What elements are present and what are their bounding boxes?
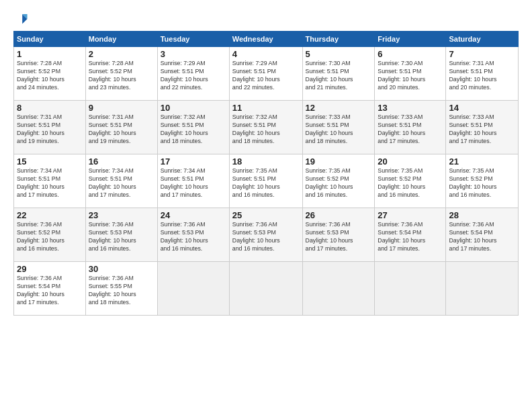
calendar-cell: 10Sunrise: 7:32 AM Sunset: 5:51 PM Dayli… [157, 101, 229, 154]
day-number: 24 [161, 210, 226, 220]
day-info: Sunrise: 7:34 AM Sunset: 5:51 PM Dayligh… [17, 167, 83, 199]
header [13, 12, 519, 27]
calendar-cell: 7Sunrise: 7:31 AM Sunset: 5:51 PM Daylig… [446, 47, 519, 101]
calendar-cell: 4Sunrise: 7:29 AM Sunset: 5:51 PM Daylig… [229, 47, 302, 101]
calendar-cell [157, 262, 229, 316]
day-info: Sunrise: 7:36 AM Sunset: 5:52 PM Dayligh… [17, 221, 83, 253]
day-number: 1 [17, 49, 83, 59]
day-info: Sunrise: 7:33 AM Sunset: 5:51 PM Dayligh… [378, 113, 443, 146]
calendar-cell: 13Sunrise: 7:33 AM Sunset: 5:51 PM Dayli… [375, 101, 446, 154]
day-info: Sunrise: 7:33 AM Sunset: 5:51 PM Dayligh… [449, 113, 515, 146]
col-header-friday: Friday [375, 32, 446, 47]
day-info: Sunrise: 7:29 AM Sunset: 5:51 PM Dayligh… [161, 60, 226, 92]
day-info: Sunrise: 7:31 AM Sunset: 5:51 PM Dayligh… [89, 113, 154, 146]
day-number: 23 [89, 210, 154, 220]
calendar-cell: 11Sunrise: 7:32 AM Sunset: 5:51 PM Dayli… [229, 101, 302, 154]
calendar-cell: 8Sunrise: 7:31 AM Sunset: 5:51 PM Daylig… [14, 101, 86, 154]
col-header-monday: Monday [85, 32, 157, 47]
day-number: 11 [232, 103, 300, 113]
day-info: Sunrise: 7:30 AM Sunset: 5:51 PM Dayligh… [378, 60, 443, 92]
day-number: 10 [161, 103, 226, 113]
calendar-cell: 1Sunrise: 7:28 AM Sunset: 5:52 PM Daylig… [14, 47, 86, 101]
day-info: Sunrise: 7:32 AM Sunset: 5:51 PM Dayligh… [161, 113, 226, 146]
calendar-cell: 20Sunrise: 7:35 AM Sunset: 5:52 PM Dayli… [375, 154, 446, 208]
day-info: Sunrise: 7:35 AM Sunset: 5:52 PM Dayligh… [306, 167, 372, 199]
calendar-cell: 26Sunrise: 7:36 AM Sunset: 5:53 PM Dayli… [302, 208, 375, 262]
day-info: Sunrise: 7:35 AM Sunset: 5:52 PM Dayligh… [449, 167, 515, 199]
calendar-cell: 30Sunrise: 7:36 AM Sunset: 5:55 PM Dayli… [85, 262, 157, 316]
day-info: Sunrise: 7:36 AM Sunset: 5:55 PM Dayligh… [89, 275, 154, 307]
day-info: Sunrise: 7:36 AM Sunset: 5:54 PM Dayligh… [449, 221, 515, 253]
day-number: 13 [378, 103, 443, 113]
calendar-cell [302, 262, 375, 316]
day-number: 30 [89, 264, 154, 274]
day-info: Sunrise: 7:29 AM Sunset: 5:51 PM Dayligh… [232, 60, 300, 92]
day-info: Sunrise: 7:36 AM Sunset: 5:53 PM Dayligh… [232, 221, 300, 253]
logo [13, 12, 30, 27]
calendar-cell [375, 262, 446, 316]
calendar-cell [229, 262, 302, 316]
day-number: 19 [306, 156, 372, 167]
day-number: 21 [449, 156, 515, 167]
day-number: 8 [17, 103, 83, 113]
day-number: 28 [449, 210, 515, 220]
day-info: Sunrise: 7:28 AM Sunset: 5:52 PM Dayligh… [17, 60, 83, 92]
day-number: 5 [306, 49, 372, 59]
day-number: 18 [232, 156, 300, 167]
calendar-cell: 23Sunrise: 7:36 AM Sunset: 5:53 PM Dayli… [85, 208, 157, 262]
calendar-cell: 19Sunrise: 7:35 AM Sunset: 5:52 PM Dayli… [302, 154, 375, 208]
day-info: Sunrise: 7:31 AM Sunset: 5:51 PM Dayligh… [449, 60, 515, 92]
col-header-thursday: Thursday [302, 32, 375, 47]
day-number: 20 [378, 156, 443, 167]
calendar-cell: 2Sunrise: 7:28 AM Sunset: 5:52 PM Daylig… [85, 47, 157, 101]
calendar-row-3: 15Sunrise: 7:34 AM Sunset: 5:51 PM Dayli… [14, 154, 519, 208]
day-info: Sunrise: 7:31 AM Sunset: 5:51 PM Dayligh… [17, 113, 83, 146]
day-info: Sunrise: 7:36 AM Sunset: 5:54 PM Dayligh… [378, 221, 443, 253]
day-number: 4 [232, 49, 300, 59]
day-number: 25 [232, 210, 300, 220]
day-info: Sunrise: 7:36 AM Sunset: 5:53 PM Dayligh… [161, 221, 226, 253]
calendar-cell: 14Sunrise: 7:33 AM Sunset: 5:51 PM Dayli… [446, 101, 519, 154]
calendar-cell: 25Sunrise: 7:36 AM Sunset: 5:53 PM Dayli… [229, 208, 302, 262]
day-number: 6 [378, 49, 443, 59]
calendar-cell: 24Sunrise: 7:36 AM Sunset: 5:53 PM Dayli… [157, 208, 229, 262]
day-number: 27 [378, 210, 443, 220]
logo-icon [13, 12, 28, 27]
calendar-cell: 5Sunrise: 7:30 AM Sunset: 5:51 PM Daylig… [302, 47, 375, 101]
day-info: Sunrise: 7:30 AM Sunset: 5:51 PM Dayligh… [306, 60, 372, 92]
col-header-sunday: Sunday [14, 32, 86, 47]
calendar-table: SundayMondayTuesdayWednesdayThursdayFrid… [13, 31, 519, 316]
header-row: SundayMondayTuesdayWednesdayThursdayFrid… [14, 32, 519, 47]
day-number: 3 [161, 49, 226, 59]
col-header-tuesday: Tuesday [157, 32, 229, 47]
day-number: 26 [306, 210, 372, 220]
calendar-row-4: 22Sunrise: 7:36 AM Sunset: 5:52 PM Dayli… [14, 208, 519, 262]
col-header-saturday: Saturday [446, 32, 519, 47]
day-info: Sunrise: 7:36 AM Sunset: 5:54 PM Dayligh… [17, 275, 83, 307]
calendar-cell: 16Sunrise: 7:34 AM Sunset: 5:51 PM Dayli… [85, 154, 157, 208]
day-number: 7 [449, 49, 515, 59]
day-info: Sunrise: 7:36 AM Sunset: 5:53 PM Dayligh… [89, 221, 154, 253]
calendar-cell: 6Sunrise: 7:30 AM Sunset: 5:51 PM Daylig… [375, 47, 446, 101]
calendar-row-2: 8Sunrise: 7:31 AM Sunset: 5:51 PM Daylig… [14, 101, 519, 154]
day-number: 14 [449, 103, 515, 113]
calendar-cell: 9Sunrise: 7:31 AM Sunset: 5:51 PM Daylig… [85, 101, 157, 154]
calendar-cell: 21Sunrise: 7:35 AM Sunset: 5:52 PM Dayli… [446, 154, 519, 208]
col-header-wednesday: Wednesday [229, 32, 302, 47]
calendar-row-5: 29Sunrise: 7:36 AM Sunset: 5:54 PM Dayli… [14, 262, 519, 316]
day-number: 12 [306, 103, 372, 113]
day-info: Sunrise: 7:36 AM Sunset: 5:53 PM Dayligh… [306, 221, 372, 253]
calendar-cell: 28Sunrise: 7:36 AM Sunset: 5:54 PM Dayli… [446, 208, 519, 262]
day-info: Sunrise: 7:32 AM Sunset: 5:51 PM Dayligh… [232, 113, 300, 146]
day-number: 9 [89, 103, 154, 113]
day-info: Sunrise: 7:35 AM Sunset: 5:52 PM Dayligh… [378, 167, 443, 199]
calendar-cell: 18Sunrise: 7:35 AM Sunset: 5:51 PM Dayli… [229, 154, 302, 208]
day-info: Sunrise: 7:33 AM Sunset: 5:51 PM Dayligh… [306, 113, 372, 146]
day-info: Sunrise: 7:34 AM Sunset: 5:51 PM Dayligh… [89, 167, 154, 199]
calendar-cell: 27Sunrise: 7:36 AM Sunset: 5:54 PM Dayli… [375, 208, 446, 262]
day-number: 29 [17, 264, 83, 274]
calendar-row-1: 1Sunrise: 7:28 AM Sunset: 5:52 PM Daylig… [14, 47, 519, 101]
calendar-cell: 22Sunrise: 7:36 AM Sunset: 5:52 PM Dayli… [14, 208, 86, 262]
day-number: 17 [161, 156, 226, 167]
day-info: Sunrise: 7:34 AM Sunset: 5:51 PM Dayligh… [161, 167, 226, 199]
